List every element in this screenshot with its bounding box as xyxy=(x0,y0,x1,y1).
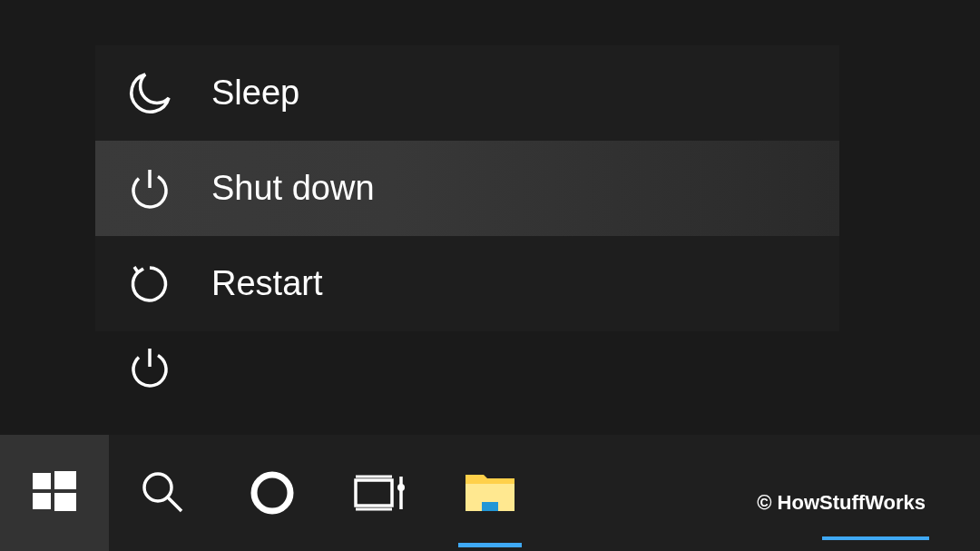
svg-point-10 xyxy=(254,475,290,511)
power-menu-item-shutdown[interactable]: Shut down xyxy=(95,141,839,236)
restart-icon xyxy=(122,261,177,307)
svg-point-8 xyxy=(144,474,172,501)
taskbar-file-explorer-button[interactable] xyxy=(436,435,544,551)
svg-rect-5 xyxy=(54,471,76,489)
taskbar-search-button[interactable] xyxy=(109,435,218,551)
taskbar-start-button[interactable] xyxy=(0,435,109,551)
svg-rect-4 xyxy=(33,473,51,489)
taskbar-taskview-button[interactable] xyxy=(327,435,436,551)
sidebar-power-button[interactable] xyxy=(122,340,177,395)
power-menu: Sleep Shut down Restart xyxy=(95,45,839,331)
windows-logo-icon xyxy=(27,466,82,520)
taskbar-active-indicator xyxy=(458,543,522,547)
svg-rect-6 xyxy=(33,493,51,509)
task-view-icon xyxy=(352,467,410,518)
file-explorer-icon xyxy=(464,471,516,515)
svg-line-9 xyxy=(168,497,181,511)
power-menu-item-restart[interactable]: Restart xyxy=(95,236,839,331)
moon-icon xyxy=(122,71,177,116)
attribution-underline xyxy=(822,536,929,540)
power-icon xyxy=(127,345,172,390)
taskbar-cortana-button[interactable] xyxy=(218,435,327,551)
power-menu-label: Restart xyxy=(211,264,322,303)
attribution-text: © HowStuffWorks xyxy=(757,491,926,515)
power-menu-item-sleep[interactable]: Sleep xyxy=(95,45,839,141)
svg-point-15 xyxy=(397,484,405,491)
svg-rect-7 xyxy=(54,493,76,511)
cortana-icon xyxy=(247,467,298,518)
search-icon xyxy=(138,467,189,518)
power-menu-label: Shut down xyxy=(211,169,375,208)
power-menu-label: Sleep xyxy=(211,74,299,113)
power-icon xyxy=(122,166,177,212)
svg-rect-18 xyxy=(482,502,498,511)
svg-rect-11 xyxy=(356,480,392,506)
